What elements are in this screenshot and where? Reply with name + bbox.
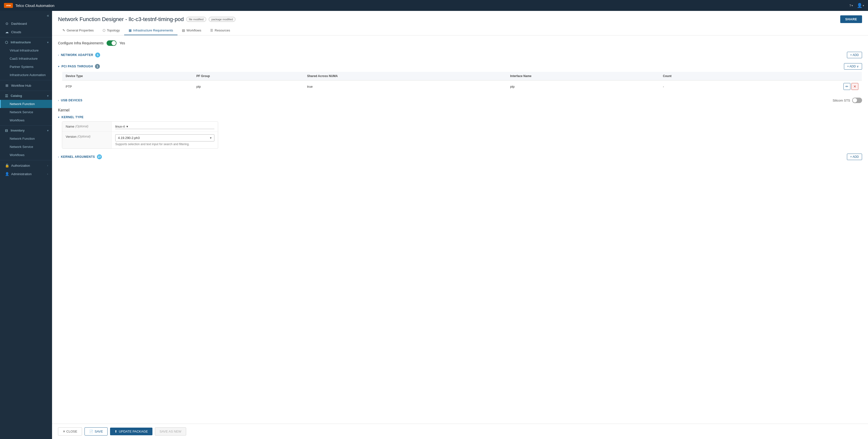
version-dropdown[interactable]: 4.19.290-2.ph3 ▾: [115, 134, 214, 142]
chevron-right-icon: ›: [58, 155, 59, 158]
top-navigation: vmw Telco Cloud Automation ? ▾ 👤 ▾: [0, 0, 868, 11]
tab-topology[interactable]: ⬡ Topology: [98, 26, 124, 35]
sidebar-item-label: Workflows: [10, 153, 25, 157]
network-adapter-title-row[interactable]: › NETWORK ADAPTER 5: [58, 53, 100, 58]
sidebar-item-authorization[interactable]: 🔒 Authorization ›: [0, 161, 52, 170]
close-button[interactable]: ✕ CLOSE: [58, 427, 82, 436]
kernel-arguments-add-button[interactable]: + ADD: [847, 154, 862, 160]
kernel-type-header: ▾ KERNEL TYPE: [58, 116, 862, 119]
divider-5: [0, 160, 52, 160]
help-button[interactable]: ? ▾: [849, 4, 853, 7]
update-icon: ⬆: [115, 430, 117, 433]
configure-infra-row: Configure Infra Requirements Yes: [58, 40, 862, 46]
usb-devices-section: › USB DEVICES Silicom STS: [58, 98, 862, 103]
sidebar-item-label: CaaS Infrastructure: [10, 57, 38, 60]
tab-workflows[interactable]: ▤ Workflows: [178, 26, 206, 35]
tab-resources[interactable]: ☰ Resources: [206, 26, 235, 35]
sidebar-item-infra-automation[interactable]: Infrastructure Automation: [0, 71, 52, 79]
pci-passthrough-count: 1: [95, 64, 100, 69]
sidebar-item-label: Workflow Hub: [11, 84, 31, 88]
nav-left: vmw Telco Cloud Automation: [4, 3, 55, 8]
sidebar-item-label: Network Service: [10, 145, 33, 149]
sidebar-item-label: Dashboard: [11, 22, 27, 26]
tab-general-properties[interactable]: ✎ General Properties: [58, 26, 98, 35]
cell-pf-group: ptp: [193, 81, 304, 93]
cell-count: -: [659, 81, 744, 93]
kernel-form-table: Name (Optional) linux-rt ▾: [62, 121, 218, 149]
infrastructure-icon: ⬡: [4, 40, 9, 44]
kernel-arguments-title-row[interactable]: › KERNEL ARGUMENTS 27: [58, 154, 102, 159]
sidebar-item-administration[interactable]: 👤 Administration ›: [0, 170, 52, 178]
col-pf-group: PF Group: [193, 72, 304, 81]
divider-1: [0, 37, 52, 37]
edit-button[interactable]: ✏: [843, 83, 850, 90]
save-as-new-button[interactable]: SAVE AS NEW: [155, 427, 186, 436]
sidebar-item-label: Workflows: [10, 118, 25, 122]
sidebar-item-inventory-ns[interactable]: Network Service: [0, 143, 52, 151]
sidebar-item-inventory-nf[interactable]: Network Function: [0, 134, 52, 143]
pci-passthrough-title-row[interactable]: ▾ PCI PASS THROUGH 1: [58, 64, 100, 69]
network-adapter-header: › NETWORK ADAPTER 5 + ADD: [58, 52, 862, 58]
workflow-hub-icon: ⊞: [5, 84, 9, 88]
sidebar-item-inventory-wf[interactable]: Workflows: [0, 151, 52, 159]
configure-infra-toggle[interactable]: [106, 40, 117, 46]
kernel-arguments-title: KERNEL ARGUMENTS: [61, 155, 95, 159]
col-interface-name: Interface Name: [507, 72, 659, 81]
sidebar-item-catalog-ns[interactable]: Network Service: [0, 108, 52, 116]
version-hint: Supports selection and text input for se…: [115, 143, 214, 146]
sidebar-item-virtual-infra[interactable]: Virtual Infrastructure: [0, 46, 52, 55]
cell-interface-name: ptp: [507, 81, 659, 93]
chevron-down-icon: ▾: [47, 41, 49, 44]
dashboard-icon: ⊙: [5, 22, 9, 26]
vmw-logo: vmw: [4, 3, 13, 8]
chevron-down-icon: ▾: [126, 125, 128, 128]
update-package-button[interactable]: ⬆ UPDATE PACKAGE: [110, 428, 152, 435]
sidebar-item-catalog-wf[interactable]: Workflows: [0, 116, 52, 124]
kernel-section: Kernel ▾ KERNEL TYPE: [58, 108, 862, 160]
configure-infra-label: Configure Infra Requirements: [58, 41, 103, 45]
kernel-type-title-row[interactable]: ▾ KERNEL TYPE: [58, 116, 84, 119]
user-menu[interactable]: 👤 ▾: [857, 3, 864, 8]
sidebar-item-workflow-hub[interactable]: ⊞ Workflow Hub: [0, 81, 52, 90]
page-header-top: Network Function Designer - llc-c3-testn…: [58, 15, 862, 23]
pci-passthrough-add-button[interactable]: + ADD ∨: [844, 63, 862, 70]
chevron-down-icon: ▾: [58, 65, 60, 68]
nav-right: ? ▾ 👤 ▾: [849, 3, 864, 8]
tab-infrastructure-requirements[interactable]: ▦ Infrastructure Requirements: [124, 26, 178, 35]
sidebar-item-dashboard[interactable]: ⊙ Dashboard: [0, 19, 52, 28]
sidebar-item-partner-systems[interactable]: Partner Systems: [0, 63, 52, 71]
tab-bar: ✎ General Properties ⬡ Topology ▦ Infras…: [58, 26, 862, 35]
page-header: Network Function Designer - llc-c3-testn…: [52, 11, 868, 35]
kernel-type-title: KERNEL TYPE: [61, 116, 84, 119]
sidebar: « ⊙ Dashboard ☁ Clouds ⬡ Infrastructure …: [0, 11, 52, 439]
resources-icon: ☰: [210, 29, 213, 32]
sidebar-collapse-button[interactable]: «: [0, 11, 52, 19]
table-row: PTP ptp true ptp - ✏ ✕: [62, 81, 862, 93]
delete-button[interactable]: ✕: [851, 83, 858, 90]
kernel-arguments-header: › KERNEL ARGUMENTS 27 + ADD: [58, 154, 862, 160]
row-actions: ✏ ✕: [747, 83, 858, 90]
topology-icon: ⬡: [103, 29, 105, 32]
sidebar-group-inventory[interactable]: ⊟ Inventory ▾: [0, 127, 52, 134]
name-select[interactable]: linux-rt ▾: [115, 124, 214, 129]
sidebar-item-catalog-nf[interactable]: Network Function: [0, 100, 52, 108]
network-adapter-add-button[interactable]: + ADD: [847, 52, 862, 58]
infrastructure-submenu: Virtual Infrastructure CaaS Infrastructu…: [0, 46, 52, 79]
chevron-down-icon: ▾: [210, 136, 212, 140]
cell-actions: ✏ ✕: [743, 81, 862, 93]
sidebar-item-caas-infra[interactable]: CaaS Infrastructure: [0, 55, 52, 63]
silicom-sts-toggle[interactable]: [852, 98, 862, 103]
usb-devices-title-row[interactable]: › USB DEVICES: [58, 99, 83, 102]
sidebar-item-clouds[interactable]: ☁ Clouds: [0, 28, 52, 36]
version-row: Version (Optional) 4.19.290-2.ph3 ▾ Supp…: [62, 132, 218, 148]
admin-icon: 👤: [5, 172, 9, 176]
sidebar-item-label: Inventory: [11, 129, 25, 132]
file-modified-badge: file modified: [186, 17, 206, 22]
sidebar-group-catalog[interactable]: ☰ Catalog ▾: [0, 92, 52, 100]
share-button[interactable]: SHARE: [840, 15, 862, 23]
chevron-right-icon: ›: [58, 54, 59, 57]
sidebar-group-infrastructure[interactable]: ⬡ Infrastructure ▾: [0, 38, 52, 46]
save-button[interactable]: 📄 SAVE: [85, 427, 108, 436]
pci-passthrough-header: ▾ PCI PASS THROUGH 1 + ADD ∨: [58, 63, 862, 70]
silicom-sts-label: Silicom STS: [833, 99, 850, 102]
